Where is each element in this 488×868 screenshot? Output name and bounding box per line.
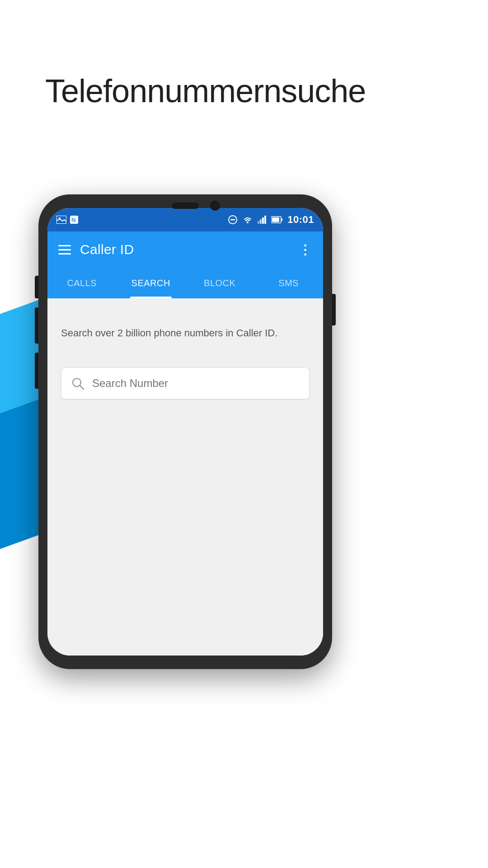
- dnd-icon: [228, 215, 238, 225]
- battery-icon: [271, 216, 283, 223]
- volume-down-button: [35, 307, 38, 344]
- svg-text:N: N: [71, 217, 75, 223]
- phone-device: N: [38, 194, 332, 669]
- svg-rect-12: [281, 218, 282, 221]
- search-icon: [70, 376, 85, 391]
- svg-rect-7: [258, 221, 259, 224]
- search-input-container[interactable]: [61, 368, 310, 399]
- search-description: Search over 2 billion phone numbers in C…: [61, 326, 310, 340]
- hamburger-line: [58, 249, 71, 250]
- gallery-icon: [56, 216, 66, 224]
- tab-search[interactable]: Search: [117, 268, 186, 298]
- phone-body: N: [38, 194, 332, 669]
- svg-rect-8: [260, 219, 262, 224]
- hamburger-line: [58, 245, 71, 246]
- search-number-input[interactable]: [92, 377, 300, 390]
- wifi-icon: [242, 216, 253, 224]
- svg-point-6: [247, 222, 249, 223]
- tab-block[interactable]: Block: [185, 268, 254, 298]
- phone-screen: N: [47, 208, 323, 656]
- svg-line-15: [80, 386, 84, 390]
- n-notification-icon: N: [70, 216, 78, 224]
- phone-speaker: [172, 203, 199, 209]
- status-icons-left: N: [56, 216, 78, 224]
- svg-rect-13: [272, 217, 279, 222]
- front-camera: [210, 201, 220, 211]
- tab-sms[interactable]: Sms: [254, 268, 324, 298]
- status-icons-right: 10:01: [228, 214, 314, 226]
- hamburger-line: [58, 253, 71, 255]
- more-options-button[interactable]: ⋮: [299, 242, 312, 257]
- tab-calls[interactable]: Calls: [47, 268, 117, 298]
- signal-icon: [258, 216, 267, 224]
- app-bar: Caller ID ⋮: [47, 231, 323, 268]
- power-button: [332, 294, 336, 326]
- page-title: Telefonnummernsuche: [45, 72, 366, 109]
- status-bar: N: [47, 208, 323, 231]
- search-screen: Search over 2 billion phone numbers in C…: [47, 298, 323, 656]
- volume-up-button: [35, 276, 38, 298]
- svg-rect-10: [264, 216, 266, 224]
- camera-button: [35, 353, 38, 389]
- app-bar-title: Caller ID: [80, 242, 290, 257]
- svg-rect-9: [262, 217, 264, 224]
- status-time: 10:01: [287, 214, 314, 226]
- hamburger-menu-button[interactable]: [58, 245, 71, 255]
- tab-bar: Calls Search Block Sms: [47, 268, 323, 298]
